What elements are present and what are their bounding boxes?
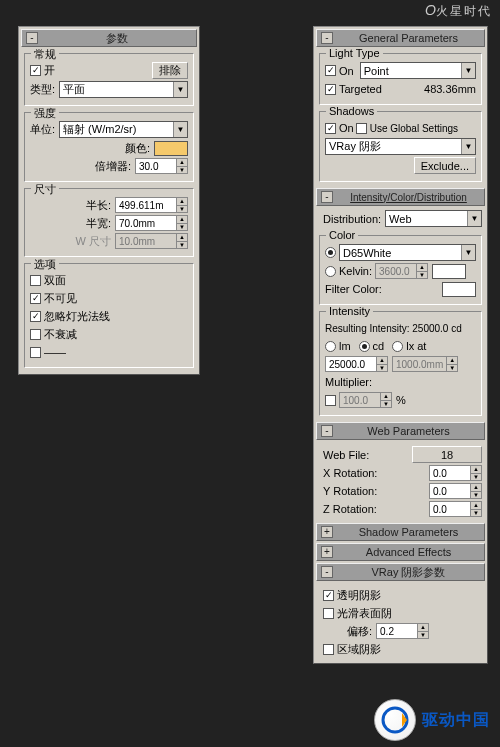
xrot-label: X Rotation: xyxy=(323,467,377,479)
half-length-spinner[interactable]: 499.611m▲▼ xyxy=(115,197,188,213)
option-checkbox[interactable] xyxy=(30,347,41,358)
pct-label: % xyxy=(396,394,406,406)
on-label: 开 xyxy=(44,63,55,78)
lm-label: lm xyxy=(339,340,351,352)
kelvin-spinner: 3600.0▲▼ xyxy=(375,263,428,279)
use-global-checkbox[interactable] xyxy=(356,123,367,134)
group-size: 尺寸 半长: 499.611m▲▼ 半宽: 70.0mm▲▼ W 尺寸 10.0… xyxy=(24,188,194,257)
lx-radio[interactable] xyxy=(392,341,403,352)
group-intensity: 强度 单位: 辐射 (W/m2/sr) ▼ 颜色: 倍增器: 30.0 ▲▼ xyxy=(24,112,194,182)
legend-intensity: 强度 xyxy=(31,106,59,121)
group-general: 常规 ✓ 开 排除 类型: 平面 ▼ xyxy=(24,53,194,106)
shadow-exclude-button[interactable]: Exclude... xyxy=(414,157,476,174)
on-checkbox[interactable]: ✓ xyxy=(30,65,41,76)
legend-light-type: Light Type xyxy=(326,47,383,59)
expand-icon: + xyxy=(321,526,333,538)
invisible-label: 不可见 xyxy=(44,291,77,306)
xrot-spinner[interactable]: 0.0▲▼ xyxy=(429,465,482,481)
lm-radio[interactable] xyxy=(325,341,336,352)
targeted-label: Targeted xyxy=(339,83,382,95)
w-size-spinner: 10.0mm▲▼ xyxy=(115,233,188,249)
kelvin-radio[interactable] xyxy=(325,266,336,277)
chevron-down-icon: ▼ xyxy=(461,245,475,260)
shadow-type-dropdown[interactable]: VRay 阴影 ▼ xyxy=(325,138,476,155)
rollup-title: Shadow Parameters xyxy=(337,526,480,538)
color-label: 颜色: xyxy=(125,141,150,156)
chevron-down-icon: ▼ xyxy=(461,139,475,154)
qudong-logo xyxy=(374,699,416,741)
legend-general: 常规 xyxy=(31,47,59,62)
web-file-button[interactable]: 18 xyxy=(412,446,482,463)
option-truncated: —— xyxy=(44,346,66,358)
smooth-surface-label: 光滑表面阴 xyxy=(337,606,392,621)
collapse-icon: - xyxy=(321,425,333,437)
half-width-label: 半宽: xyxy=(86,216,111,231)
type-dropdown[interactable]: 平面 ▼ xyxy=(59,81,188,98)
exclude-button[interactable]: 排除 xyxy=(152,62,188,79)
watermark-bottom: 驱动中国 xyxy=(374,699,490,741)
watermark-top: O火星时代 xyxy=(425,2,492,20)
shadow-on-checkbox[interactable]: ✓ xyxy=(325,123,336,134)
expand-icon: + xyxy=(321,546,333,558)
no-decay-label: 不衰减 xyxy=(44,327,77,342)
legend-size: 尺寸 xyxy=(31,182,59,197)
shadow-on-label: On xyxy=(339,122,354,134)
rollup-shadow-parameters[interactable]: + Shadow Parameters xyxy=(316,523,485,541)
resulting-intensity: Resulting Intensity: 25000.0 cd xyxy=(325,323,462,334)
collapse-icon: - xyxy=(321,32,333,44)
rollup-advanced-effects[interactable]: + Advanced Effects xyxy=(316,543,485,561)
chevron-down-icon: ▼ xyxy=(461,63,475,78)
transparent-shadow-checkbox[interactable]: ✓ xyxy=(323,590,334,601)
legend-int: Intensity xyxy=(326,305,373,317)
rollup-title: General Parameters xyxy=(337,32,480,44)
unit-dropdown[interactable]: 辐射 (W/m2/sr) ▼ xyxy=(59,121,188,138)
web-file-label: Web File: xyxy=(323,449,369,461)
distribution-label: Distribution: xyxy=(323,213,381,225)
rollup-web-parameters[interactable]: - Web Parameters xyxy=(316,422,485,440)
rollup-intensity-color-distribution[interactable]: - Intensity/Color/Distribution xyxy=(316,188,485,206)
no-decay-checkbox[interactable] xyxy=(30,329,41,340)
distance-spinner: 1000.0mm▲▼ xyxy=(392,356,458,372)
filter-color-label: Filter Color: xyxy=(325,283,382,295)
rollup-general-parameters[interactable]: - General Parameters xyxy=(316,29,485,47)
multiplier-checkbox[interactable] xyxy=(325,395,336,406)
distribution-dropdown[interactable]: Web ▼ xyxy=(385,210,482,227)
rollup-title: 参数 xyxy=(42,31,192,46)
rollup-parameters[interactable]: - 参数 xyxy=(21,29,197,47)
ignore-normals-label: 忽略灯光法线 xyxy=(44,309,110,324)
group-options: 选项 双面 ✓不可见 ✓忽略灯光法线 不衰减 —— xyxy=(24,263,194,368)
rollup-title: Intensity/Color/Distribution xyxy=(337,192,480,203)
group-shadows: Shadows ✓ On Use Global Settings VRay 阴影… xyxy=(319,111,482,182)
target-distance: 483.36mm xyxy=(424,83,476,95)
yrot-spinner[interactable]: 0.0▲▼ xyxy=(429,483,482,499)
color-preset-radio[interactable] xyxy=(325,247,336,258)
invisible-checkbox[interactable]: ✓ xyxy=(30,293,41,304)
intensity-spinner[interactable]: 25000.0▲▼ xyxy=(325,356,388,372)
rollup-title: Web Parameters xyxy=(337,425,480,437)
group-color: Color D65White ▼ Kelvin: 3600.0▲▼ Filter… xyxy=(319,235,482,305)
targeted-checkbox[interactable]: ✓ xyxy=(325,84,336,95)
half-width-spinner[interactable]: 70.0mm▲▼ xyxy=(115,215,188,231)
bias-label: 偏移: xyxy=(347,624,372,639)
use-global-label: Use Global Settings xyxy=(370,123,458,134)
filter-color-swatch[interactable] xyxy=(442,282,476,297)
rollup-title: Advanced Effects xyxy=(337,546,480,558)
rollup-vray-shadow-params[interactable]: - VRay 阴影参数 xyxy=(316,563,485,581)
color-preset-dropdown[interactable]: D65White ▼ xyxy=(339,244,476,261)
light-on-checkbox[interactable]: ✓ xyxy=(325,65,336,76)
cd-radio[interactable] xyxy=(359,341,370,352)
collapse-icon: - xyxy=(26,32,38,44)
half-length-label: 半长: xyxy=(86,198,111,213)
kelvin-swatch[interactable] xyxy=(432,264,466,279)
smooth-surface-checkbox[interactable] xyxy=(323,608,334,619)
multiplier-spinner[interactable]: 30.0 ▲▼ xyxy=(135,158,188,174)
zrot-spinner[interactable]: 0.0▲▼ xyxy=(429,501,482,517)
lx-label: lx at xyxy=(406,340,426,352)
area-shadow-checkbox[interactable] xyxy=(323,644,334,655)
double-sided-checkbox[interactable] xyxy=(30,275,41,286)
w-size-label: W 尺寸 xyxy=(76,234,111,249)
ignore-normals-checkbox[interactable]: ✓ xyxy=(30,311,41,322)
bias-spinner[interactable]: 0.2▲▼ xyxy=(376,623,429,639)
light-type-dropdown[interactable]: Point ▼ xyxy=(360,62,476,79)
color-swatch[interactable] xyxy=(154,141,188,156)
